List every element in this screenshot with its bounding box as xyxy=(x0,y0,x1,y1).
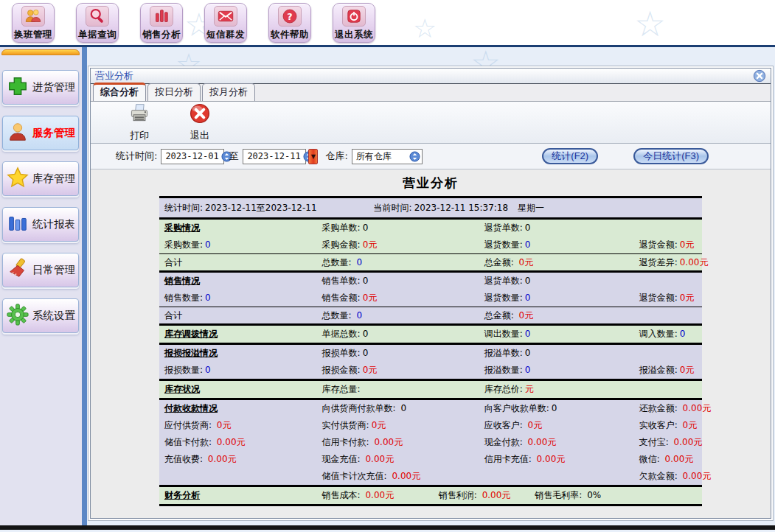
sidebar-item-system-settings[interactable]: 系统设置 xyxy=(2,298,79,333)
report-section: 报损报溢情况报损单数:0报溢单数:0报损数量:0报损金额:0元报溢数量:0报溢金… xyxy=(159,345,702,381)
report-cell: 现金充值: 0.00元 xyxy=(322,453,484,466)
report-cell: 报损金额:0元 xyxy=(322,364,484,377)
doc-query-button[interactable]: 单据查询 xyxy=(76,3,119,43)
shift-manage-button[interactable]: 换班管理 xyxy=(12,3,55,43)
report-cell: 储值卡计次充值: 0.00元 xyxy=(322,470,484,483)
report-cell: 星期一 xyxy=(518,202,702,214)
exit-button[interactable]: 退出 xyxy=(179,104,220,141)
date-dropdown-button[interactable]: ▼ xyxy=(308,149,318,164)
tab-monthly[interactable]: 按月分析 xyxy=(202,83,255,101)
sidebar-item-label: 服务管理 xyxy=(32,126,75,140)
report-cell: 总数量: 0 xyxy=(322,309,484,322)
report-row: 财务分析销售成本: 0.00元销售利润: 0.00元销售毛利率: 0% xyxy=(159,487,702,504)
sidebar-item-inventory-manage[interactable]: 库存管理 xyxy=(2,161,79,196)
report-cell: 采购单数:0 xyxy=(322,222,484,234)
date-from-input[interactable]: 2023-12-01 xyxy=(161,149,224,164)
warehouse-select[interactable]: 所有仓库 xyxy=(352,149,423,164)
sidebar-item-stats-report[interactable]: 统计报表 xyxy=(2,207,79,242)
report-cell: 储值卡付款: 0.00元 xyxy=(164,436,322,449)
printer-icon xyxy=(128,102,151,127)
date-to-value: 2023-12-11 xyxy=(247,151,300,161)
report-row: 报损数量:0报损金额:0元报溢数量:0报溢金额:0元 xyxy=(159,362,702,379)
report-cell: 报损单数:0 xyxy=(322,347,484,360)
report-cell: 销售金额:0元 xyxy=(322,292,484,304)
report-cell: 销售单数:0 xyxy=(322,275,484,287)
plus-icon xyxy=(7,75,29,100)
report-cell: 退货金额:0元 xyxy=(639,239,702,251)
report-cell: 报溢数量:0 xyxy=(484,364,639,377)
report-cell: 调入数量:0 xyxy=(639,328,702,340)
report-cell: 信用卡付款: 0.00元 xyxy=(322,436,484,449)
report-cell: 采购数量:0 xyxy=(164,239,322,251)
section-title-cell: 报损报溢情况 xyxy=(164,347,322,360)
software-help-button[interactable]: ? 软件帮助 xyxy=(268,3,311,43)
report-section: 付款收款情况向供货商付款单数: 0向客户收款单数:0还款金额: 0.00元应付供… xyxy=(159,400,702,487)
sidebar-item-purchase-manage[interactable]: 进货管理 xyxy=(2,70,79,105)
date-from-value: 2023-12-01 xyxy=(165,151,218,161)
report-row: 报损报溢情况报损单数:0报溢单数:0 xyxy=(159,345,702,362)
print-button[interactable]: 打印 xyxy=(119,104,160,141)
bottom-bar xyxy=(0,525,775,530)
date-to-input[interactable]: 2023-12-11 xyxy=(243,149,306,164)
sms-group-button[interactable]: 短信群发 xyxy=(204,3,247,43)
power-icon xyxy=(342,6,366,27)
report-cell: 销售利润: 0.00元 xyxy=(439,489,535,502)
report-section: 销售情况销售单数:0退货单数:0销售数量:0销售金额:0元退货数量:0退货金额:… xyxy=(159,273,702,326)
tool-label: 单据查询 xyxy=(78,29,117,41)
report-title: 营业分析 xyxy=(91,175,771,192)
person-icon xyxy=(7,121,29,146)
panel-title: 营业分析 xyxy=(95,69,133,83)
decorative-star-icon: ☆ xyxy=(413,13,437,43)
sidebar-item-label: 系统设置 xyxy=(32,309,75,323)
report-cell: 支付宝: 0.00元 xyxy=(639,436,702,449)
report-row: 库存状况库存总量:库存总价:元 xyxy=(159,381,702,398)
bar-chart-icon xyxy=(150,6,173,27)
report-cell: 单据总数:0 xyxy=(322,328,484,340)
stat-f2-button[interactable]: 统计(F2) xyxy=(542,148,598,164)
tool-label: 退出系统 xyxy=(335,29,373,41)
envelope-icon xyxy=(214,6,237,27)
report-cell: 实付供货商:0元 xyxy=(322,419,484,432)
report-cell: 报损数量:0 xyxy=(164,364,322,377)
top-toolbar: ☆ ☆ ☆ 换班管理 单据查询 销售分析 短信群发 ? 软件帮助 退出系统 xyxy=(0,0,775,47)
spinner-icon[interactable] xyxy=(409,151,420,162)
report-cell: 总数量: 0 xyxy=(322,256,484,269)
report-cell: 退货单数:0 xyxy=(484,222,639,234)
exit-system-button[interactable]: 退出系统 xyxy=(333,3,375,43)
today-stat-f3-button[interactable]: 今日统计(F3) xyxy=(633,148,709,164)
report-row: 合计总数量: 0总金额: 0元 xyxy=(159,307,702,323)
sidebar: 进货管理 服务管理 库存管理 统计报表 日常管理 系统设置 xyxy=(0,47,87,525)
report-cell: 应付供货商: 0元 xyxy=(164,419,322,432)
report-row: 采购数量:0采购金额:0元退货数量:0退货金额:0元 xyxy=(159,237,702,253)
close-icon[interactable] xyxy=(753,69,766,83)
sidebar-item-label: 库存管理 xyxy=(32,172,75,186)
report-row: 付款收款情况向供货商付款单数: 0向客户收款单数:0还款金额: 0.00元 xyxy=(159,400,702,417)
to-label: 至 xyxy=(229,150,238,163)
main-area: ☆ ☆ 营业分析 综合分析按日分析按月分析 打印 退出 统计时间: xyxy=(87,47,775,525)
report-cell: 库存总量: xyxy=(322,383,484,396)
sales-analysis-button[interactable]: 销售分析 xyxy=(140,3,183,43)
report-cell: 实收客户: 0元 xyxy=(639,419,702,432)
question-icon: ? xyxy=(278,6,302,27)
sidebar-item-service-manage[interactable]: 服务管理 xyxy=(2,116,79,150)
report-content: 营业分析 统计时间:2023-12-11至2023-12-11当前时间:2023… xyxy=(91,169,771,518)
report-section: 采购情况采购单数:0退货单数:0采购数量:0采购金额:0元退货数量:0退货金额:… xyxy=(159,220,702,273)
report-section: 统计时间:2023-12-11至2023-12-11当前时间:2023-12-1… xyxy=(159,198,702,220)
report-cell: 合计 xyxy=(164,256,322,269)
people-icon xyxy=(21,6,45,27)
report-cell: 退货数量:0 xyxy=(484,239,639,251)
section-title-cell: 库存调拨情况 xyxy=(164,328,322,340)
report-cell: 欠款金额: 0.00元 xyxy=(639,470,702,483)
report-cell: 报溢金额:0元 xyxy=(639,364,702,377)
tab-daily[interactable]: 按日分析 xyxy=(147,83,201,101)
panel-toolbar: 打印 退出 xyxy=(91,102,771,144)
report-cell: 采购金额:0元 xyxy=(322,239,484,251)
report-cell: 总金额: 0元 xyxy=(484,309,639,322)
sidebar-item-label: 日常管理 xyxy=(32,263,75,277)
section-title-cell: 销售情况 xyxy=(164,275,322,287)
tab-comprehensive[interactable]: 综合分析 xyxy=(93,83,146,101)
warehouse-value: 所有仓库 xyxy=(356,150,407,163)
sidebar-item-daily-manage[interactable]: 日常管理 xyxy=(2,253,79,287)
tool-label: 换班管理 xyxy=(14,29,52,41)
exit-x-icon xyxy=(188,102,212,127)
